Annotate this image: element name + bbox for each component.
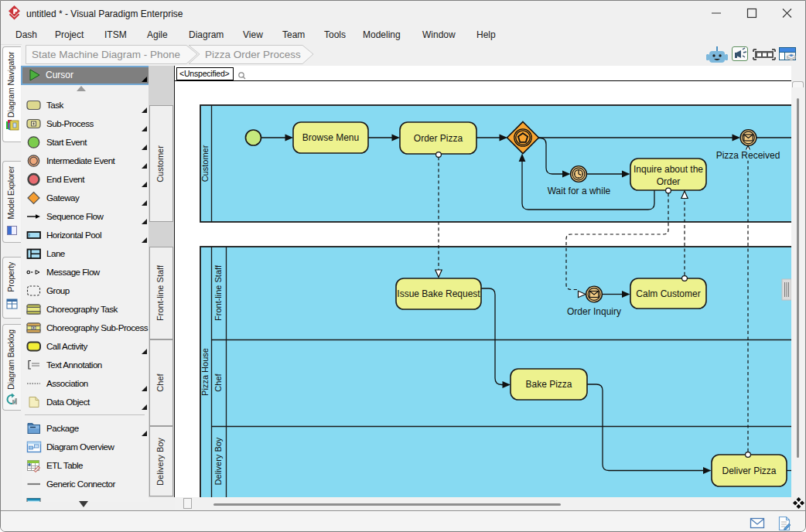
svg-text:Order: Order: [657, 176, 681, 187]
svg-text:Front-line Staff: Front-line Staff: [213, 264, 223, 321]
svg-text:State Machine Diagram - Phone: State Machine Diagram - Phone: [32, 49, 180, 60]
svg-text:Bake Pizza: Bake Pizza: [525, 379, 572, 390]
svg-text:Delivery Boy: Delivery Boy: [213, 437, 223, 485]
svg-text:Customer: Customer: [200, 145, 210, 182]
svg-text:Inquire about the: Inquire about the: [634, 164, 703, 175]
svg-text:Wait for a while: Wait for a while: [548, 186, 611, 196]
svg-text:Calm Customer: Calm Customer: [636, 288, 700, 299]
svg-text:Chef: Chef: [213, 373, 223, 391]
svg-text:Browse Menu: Browse Menu: [302, 132, 359, 143]
svg-text:Pizza Order Process: Pizza Order Process: [205, 49, 301, 60]
svg-text:Pizza Received: Pizza Received: [716, 150, 780, 161]
svg-text:Issue Bake Request: Issue Bake Request: [397, 288, 480, 299]
svg-text:Deliver Pizza: Deliver Pizza: [722, 466, 776, 476]
svg-text:Pizza House: Pizza House: [200, 348, 210, 396]
svg-text:Order Pizza: Order Pizza: [414, 133, 463, 144]
svg-text:Order Inquiry: Order Inquiry: [567, 306, 621, 317]
